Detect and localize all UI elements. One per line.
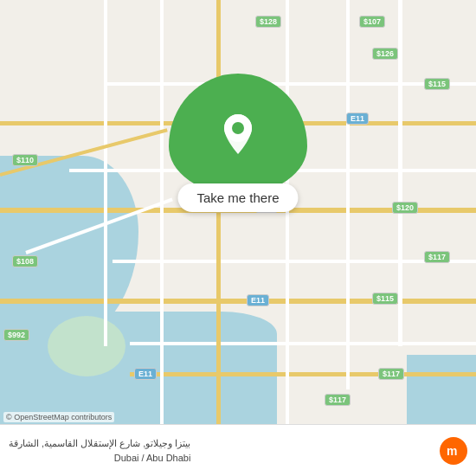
road-shield-s115a: $115 <box>424 78 450 90</box>
location-info: بيتزا وجيلاتو, شارع الإستقلال القاسمية, … <box>9 436 190 465</box>
location-city: Dubai / Abu Dhabi <box>9 451 190 466</box>
moovit-icon: m <box>440 437 467 465</box>
moovit-logo: m <box>440 437 467 465</box>
road-shield-s117b: $117 <box>378 368 404 380</box>
road-shield-s128: $128 <box>255 16 281 28</box>
water-area-right-bottom <box>407 355 476 424</box>
road-shield-s117c: $117 <box>325 394 351 406</box>
road-shield-s117a: $117 <box>424 251 450 263</box>
road-shield-s115b: $115 <box>372 293 398 305</box>
road-h5 <box>113 260 476 263</box>
park-area <box>48 316 125 376</box>
road-v5 <box>346 0 350 389</box>
road-v3 <box>216 0 221 476</box>
location-pin-icon <box>222 113 254 156</box>
road-v1 <box>104 0 107 346</box>
bottom-bar: بيتزا وجيلاتو, شارع الإستقلال القاسمية, … <box>0 424 476 476</box>
road-shield-s992: $992 <box>3 329 29 341</box>
map-container: $128$107$126$115$110E11E11E11$120$108$11… <box>0 0 476 476</box>
road-shield-e11a: E11 <box>346 113 369 125</box>
road-h8 <box>130 372 476 376</box>
svg-text:m: m <box>447 444 457 458</box>
road-shield-s110: $110 <box>12 154 38 166</box>
location-arabic: بيتزا وجيلاتو, شارع الإستقلال القاسمية, … <box>9 436 190 451</box>
road-h7 <box>130 342 476 345</box>
road-h6 <box>0 299 476 304</box>
road-v4 <box>286 0 289 476</box>
osm-credit: © OpenStreetMap contributors <box>3 412 114 422</box>
road-shield-s126: $126 <box>372 48 398 60</box>
road-v6 <box>398 0 402 346</box>
take-me-there-button[interactable]: Take me there <box>177 183 298 212</box>
location-blob: Take me there <box>169 74 307 195</box>
road-shield-s120: $120 <box>392 202 418 214</box>
svg-point-1 <box>232 122 244 134</box>
location-pin-area: Take me there <box>169 74 307 195</box>
road-shield-s107: $107 <box>359 16 385 28</box>
road-shield-s108: $108 <box>12 255 38 267</box>
road-v2 <box>160 0 164 476</box>
road-shield-e11c: E11 <box>247 294 269 306</box>
road-shield-e11d: E11 <box>134 368 157 380</box>
